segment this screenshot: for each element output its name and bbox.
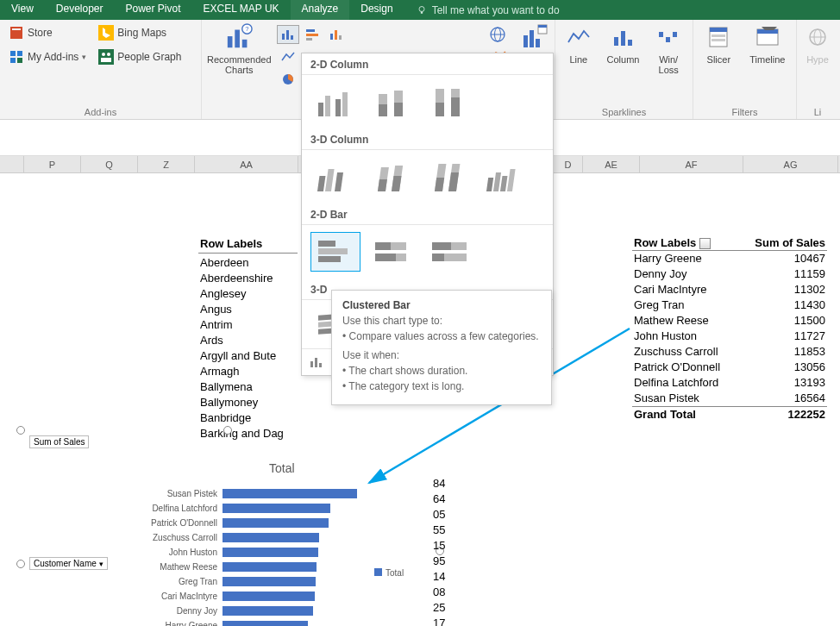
pivot-right-value[interactable]: 10467 [741,251,827,267]
chart-bar[interactable] [223,606,313,616]
people-graph-button[interactable]: People Graph [95,47,185,66]
pivot-left-row[interactable]: Banbridge [198,410,298,426]
sparkline-line-button[interactable]: Line [561,23,597,75]
pivot-left-row[interactable]: Antrim [198,317,298,333]
pivot-right-value[interactable]: 11727 [741,329,827,344]
recommended-charts-button[interactable]: ? Recommended Charts [207,23,272,75]
chart-resize-handle[interactable] [16,560,25,568]
pivot-right-h1[interactable]: Row Labels [634,236,696,249]
grand-total-label[interactable]: Grand Total [632,407,741,423]
chart-axis-field-button[interactable]: Customer Name ▾ [29,557,108,570]
pivot-right-name[interactable]: Denny Joy [632,266,741,282]
col-hdr-d[interactable]: D [554,156,583,172]
pivot-right-value[interactable]: 11853 [741,344,827,360]
grid-cell-value[interactable]: 25 [433,601,445,614]
col-hdr-z[interactable]: Z [138,156,195,172]
pivot-right-name[interactable]: Zuschuss Carroll [632,344,741,360]
clustered-column-thumb[interactable] [310,82,360,122]
pivot-left-row[interactable]: Argyll and Bute [198,348,298,364]
pivot-right-name[interactable]: Mathew Reese [632,313,741,329]
chart-value-field-button[interactable]: Sum of Sales [29,435,89,448]
pivot-right-value[interactable]: 11430 [741,297,827,313]
pivot-right-name[interactable]: Cari MacIntyre [632,282,741,297]
pivot-left-row[interactable]: Ards [198,333,298,348]
column-chart-dropdown[interactable] [277,25,299,44]
pivot-right-value[interactable]: 11500 [741,313,827,329]
pivot-right-value[interactable]: 13056 [741,360,827,375]
my-addins-button[interactable]: My Add-ins ▾ [5,47,90,66]
pivot-right-value[interactable]: 11159 [741,266,827,282]
tab-excelmapuk[interactable]: EXCEL MAP UK [192,0,291,20]
100pct-stacked-column-thumb[interactable] [424,82,474,122]
chart-bar[interactable] [223,489,357,498]
tell-me[interactable]: Tell me what you want to do [404,0,560,20]
tab-developer[interactable]: Developer [45,0,115,20]
pivot-right-value[interactable]: 16564 [741,391,827,407]
3d-column-thumb[interactable] [481,157,531,197]
chart-bar[interactable] [223,518,329,528]
bar-chart-dropdown[interactable] [301,25,323,44]
pivot-right-name[interactable]: Susan Pistek [632,391,741,407]
3d-clustered-column-thumb[interactable] [310,157,360,197]
pivot-left-row[interactable]: Aberdeenshire [198,271,298,286]
chart-resize-handle[interactable] [223,426,232,435]
col-hdr-af[interactable]: AF [640,156,743,172]
grid-cell-value[interactable]: 95 [433,554,445,567]
tab-analyze[interactable]: Analyze [291,0,350,20]
col-hdr-p[interactable]: P [24,156,81,172]
chart-bar[interactable] [223,577,316,586]
grid-cell-value[interactable]: 14 [433,570,445,583]
chart-title[interactable]: Total [269,461,295,475]
grid-cell-value[interactable]: 17 [433,617,445,626]
chart-bar[interactable] [223,533,319,542]
pivot-left-row[interactable]: Angus [198,302,298,317]
chart-bar[interactable] [223,592,315,601]
stacked-bar-thumb[interactable] [367,232,417,272]
pivot-left-row[interactable]: Ballymena [198,379,298,395]
grid-cell-value[interactable]: 08 [433,585,445,598]
pivot-left-row[interactable]: Anglesey [198,286,298,302]
timeline-button[interactable]: Timeline [744,23,791,65]
col-hdr-q[interactable]: Q [81,156,138,172]
tab-design[interactable]: Design [349,0,404,20]
3d-100pct-column-thumb[interactable] [424,157,474,197]
clustered-bar-thumb[interactable] [310,232,360,272]
3d-stacked-column-thumb[interactable] [367,157,417,197]
100pct-stacked-bar-thumb[interactable] [424,232,474,272]
grid-cell-value[interactable]: 64 [433,492,445,505]
grid-cell-value[interactable]: 55 [433,523,445,536]
pivot-left-row[interactable]: Aberdeen [198,255,298,271]
pivot-right-value[interactable]: 13193 [741,375,827,391]
pivot-filter-icon[interactable] [699,238,711,249]
stacked-column-thumb[interactable] [367,82,417,122]
chart-resize-handle[interactable] [16,426,25,435]
pivot-left-header[interactable]: Row Labels [200,237,262,250]
pivotchart-button[interactable] [521,23,549,51]
chart-bar[interactable] [223,548,318,557]
col-hdr-ag[interactable]: AG [743,156,838,172]
pivot-right-name[interactable]: Greg Tran [632,297,741,313]
pivot-left-row[interactable]: Ballymoney [198,395,298,410]
hierarchy-chart-dropdown[interactable] [325,25,348,44]
hyperlink-button[interactable]: Hype [802,23,833,65]
pivot-right-value[interactable]: 11302 [741,282,827,297]
pivot-right-name[interactable]: Patrick O'Donnell [632,360,741,375]
slicer-button[interactable]: Slicer [699,23,739,65]
chart-bar[interactable] [223,504,330,513]
sparkline-winloss-button[interactable]: Win/ Loss [649,23,687,75]
chart-legend[interactable]: Total [374,568,404,578]
pivot-right-h2[interactable]: Sum of Sales [755,236,825,249]
col-hdr-aa[interactable]: AA [195,156,298,172]
sparkline-column-button[interactable]: Column [602,23,645,75]
bing-maps-button[interactable]: Bing Maps [95,23,185,42]
store-button[interactable]: Store [5,23,90,42]
pivot-right-name[interactable]: John Huston [632,329,741,344]
col-hdr-ae[interactable]: AE [583,156,640,172]
chart-bar[interactable] [223,562,317,572]
grid-cell-value[interactable]: 15 [433,539,445,552]
map-chart-dropdown[interactable] [486,25,509,44]
chart-bar[interactable] [223,621,308,626]
grid-cell-value[interactable]: 05 [433,508,445,521]
grand-total-value[interactable]: 122252 [741,407,827,423]
pivot-right-name[interactable]: Harry Greene [632,251,741,267]
